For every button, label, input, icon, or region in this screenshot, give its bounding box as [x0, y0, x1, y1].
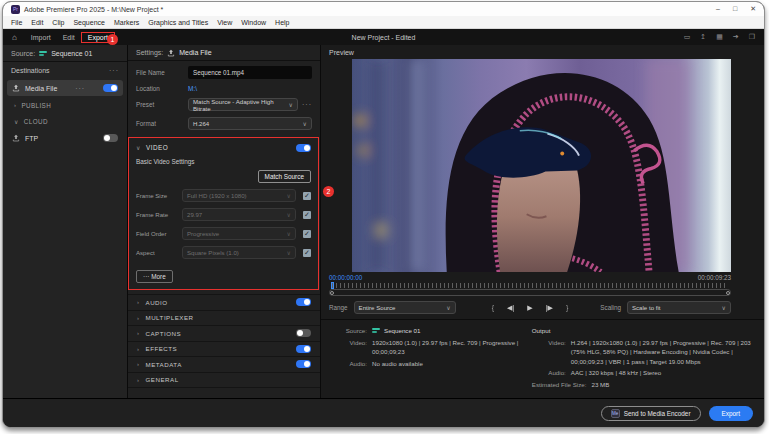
home-icon[interactable]: ⌂: [12, 33, 17, 42]
menu-sequence[interactable]: Sequence: [73, 19, 105, 26]
source-info-label: Source:: [333, 326, 367, 336]
scaling-select[interactable]: Scale to fit ∨: [627, 301, 731, 314]
chevron-down-icon: ∨: [446, 304, 450, 311]
range-select[interactable]: Entire Source ∨: [354, 301, 456, 314]
maximize-button[interactable]: □: [733, 5, 737, 13]
progress-dashboard-icon[interactable]: ▦: [716, 33, 723, 41]
quick-export-icon[interactable]: ↥: [700, 33, 706, 41]
fullscreen-icon[interactable]: ❐: [749, 33, 755, 41]
range-label: Range: [329, 304, 348, 311]
send-to-media-encoder-button[interactable]: Me Send to Media Encoder: [601, 406, 701, 421]
range-track[interactable]: [329, 289, 731, 296]
menu-help[interactable]: Help: [275, 19, 289, 26]
menu-markers[interactable]: Markers: [114, 19, 139, 26]
pointer-icon[interactable]: ➔: [733, 33, 739, 41]
menu-window[interactable]: Window: [241, 19, 266, 26]
source-label: Source:: [11, 50, 35, 57]
menu-view[interactable]: View: [217, 19, 232, 26]
upload-icon: [12, 134, 20, 142]
frame-rate-checkbox[interactable]: ✓: [303, 211, 311, 219]
video-section-highlight: ∨ VIDEO Basic Video Settings Match Sourc…: [128, 137, 319, 290]
menu-clip[interactable]: Clip: [52, 19, 64, 26]
field-order-select[interactable]: Progressive ∨: [182, 227, 296, 240]
match-source-button[interactable]: Match Source: [258, 170, 311, 183]
step-back-button[interactable]: ◀|: [507, 304, 514, 312]
output-info-block: Output Video: H.264 | 1920x1080 (1.0) | …: [532, 326, 756, 398]
step-forward-button[interactable]: |▶: [546, 304, 553, 312]
frame-rate-select[interactable]: 29.97 ∨: [182, 208, 296, 221]
play-button[interactable]: ▶: [527, 304, 532, 312]
section-multiplexer[interactable]: › MULTIPLEXER: [128, 311, 320, 327]
range-in-handle[interactable]: [330, 291, 334, 295]
aspect-select[interactable]: Square Pixels (1.0) ∨: [182, 246, 296, 259]
output-video-value: H.264 | 1920x1080 (1.0) | 29.97 fps | Pr…: [571, 338, 756, 367]
menu-graphics-and-titles[interactable]: Graphics and Titles: [148, 19, 208, 26]
section-effects[interactable]: › EFFECTS: [128, 342, 320, 358]
set-out-point-button[interactable]: }: [566, 304, 568, 311]
aspect-label: Aspect: [136, 249, 182, 256]
field-order-label: Field Order: [136, 230, 182, 237]
destinations-overflow-icon[interactable]: ···: [109, 67, 119, 74]
ftp-label: FTP: [25, 135, 38, 142]
sidebar-item-publish[interactable]: › PUBLISH: [3, 97, 127, 113]
preset-select[interactable]: Match Source - Adaptive High Bitrate ∨: [188, 98, 298, 111]
chevron-right-icon: ›: [137, 315, 140, 321]
frame-size-checkbox[interactable]: ✓: [303, 192, 311, 200]
section-captions[interactable]: › CAPTIONS: [128, 326, 320, 342]
source-info-block: Source: Sequence 01 Video: 1920x1080 (1.…: [333, 326, 532, 398]
source-sequence-name[interactable]: Sequence 01: [51, 50, 92, 57]
preset-overflow-icon[interactable]: ···: [302, 101, 312, 108]
chevron-right-icon: ›: [137, 346, 140, 352]
source-audio-label: Audio:: [333, 359, 367, 369]
tab-import[interactable]: Import: [25, 33, 57, 42]
video-section-title[interactable]: VIDEO: [146, 144, 168, 151]
chevron-right-icon: ›: [137, 377, 140, 383]
location-link[interactable]: M:\: [188, 85, 197, 92]
range-out-handle[interactable]: [726, 291, 730, 295]
sidebar-item-ftp[interactable]: FTP: [7, 130, 123, 146]
metadata-toggle[interactable]: [296, 360, 311, 368]
video-toggle[interactable]: [296, 144, 311, 152]
file-name-label: File Name: [136, 69, 188, 76]
chevron-down-icon: ∨: [287, 249, 291, 256]
close-button[interactable]: ✕: [750, 5, 756, 13]
sidebar-item-media-file[interactable]: Media File ···: [7, 80, 123, 96]
app-window: Pr Adobe Premiere Pro 2025 - M:\New Proj…: [2, 1, 765, 428]
section-metadata[interactable]: › METADATA: [128, 357, 320, 373]
menu-edit[interactable]: Edit: [31, 19, 43, 26]
more-button[interactable]: ··· More: [136, 270, 173, 283]
preview-title: Preview: [321, 45, 764, 58]
sidebar-item-cloud[interactable]: ∨ CLOUD: [3, 113, 127, 129]
annotation-step-1-badge: 1: [107, 34, 118, 45]
field-order-checkbox[interactable]: ✓: [303, 230, 311, 238]
chevron-right-icon: ›: [137, 330, 140, 336]
workspace-icon[interactable]: ▭: [684, 33, 691, 41]
set-in-point-button[interactable]: {: [492, 304, 494, 311]
ftp-toggle[interactable]: [103, 134, 118, 142]
captions-toggle[interactable]: [296, 329, 311, 337]
audio-toggle[interactable]: [296, 298, 311, 306]
file-name-input[interactable]: Sequence 01.mp4: [188, 66, 312, 79]
effects-toggle[interactable]: [296, 345, 311, 353]
annotation-step-2-badge: 2: [323, 186, 334, 197]
upload-icon: [167, 49, 175, 57]
section-general[interactable]: › GENERAL: [128, 373, 320, 389]
export-button[interactable]: Export: [709, 406, 753, 421]
media-encoder-icon: Me: [611, 409, 620, 418]
menu-file[interactable]: File: [11, 19, 22, 26]
tab-edit[interactable]: Edit: [57, 33, 81, 42]
format-select[interactable]: H.264 ∨: [188, 117, 312, 130]
cloud-label: CLOUD: [24, 118, 48, 125]
premiere-app-icon: Pr: [11, 5, 20, 14]
estimated-file-size-value: 23 MB: [591, 380, 609, 390]
chevron-down-icon: ∨: [287, 230, 291, 237]
frame-size-select[interactable]: Full HD (1920 x 1080) ∨: [182, 189, 296, 202]
titlebar: Pr Adobe Premiere Pro 2025 - M:\New Proj…: [3, 2, 764, 16]
media-file-overflow-icon[interactable]: ···: [75, 85, 85, 92]
timeline-scrubber[interactable]: [329, 283, 731, 297]
media-file-toggle[interactable]: [103, 84, 118, 92]
aspect-checkbox[interactable]: ✓: [303, 249, 311, 257]
section-audio[interactable]: › AUDIO: [128, 295, 320, 311]
chevron-down-icon[interactable]: ∨: [136, 144, 141, 151]
minimize-button[interactable]: –: [716, 5, 720, 13]
